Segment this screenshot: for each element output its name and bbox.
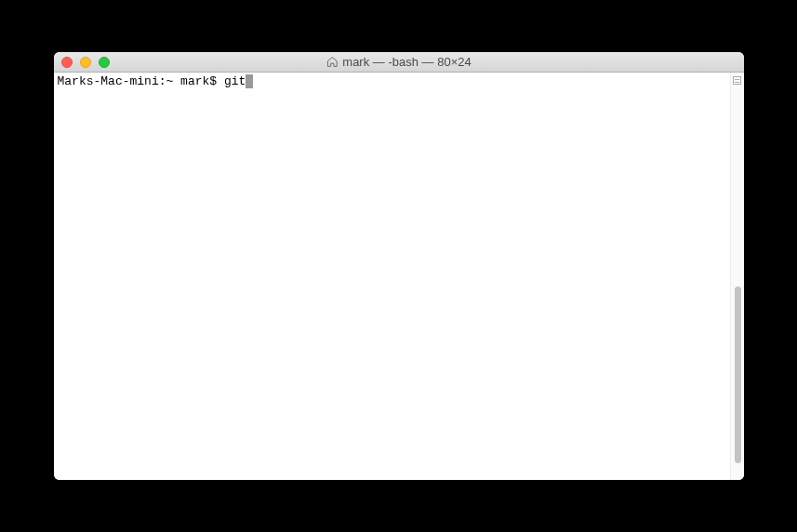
shell-prompt: Marks-Mac-mini:~ mark$ [58, 74, 224, 88]
command-input[interactable]: git [224, 74, 246, 88]
close-button[interactable] [61, 57, 73, 68]
window-title: mark — -bash — 80×24 [325, 55, 471, 69]
terminal-window: mark — -bash — 80×24 Marks-Mac-mini:~ ma… [54, 52, 744, 480]
terminal-content[interactable]: Marks-Mac-mini:~ mark$ git [54, 73, 730, 480]
terminal-body: Marks-Mac-mini:~ mark$ git [54, 73, 744, 480]
cursor [246, 74, 253, 88]
home-icon [325, 56, 338, 68]
scroll-indicator-icon [733, 76, 741, 85]
window-title-text: mark — -bash — 80×24 [342, 55, 471, 69]
maximize-button[interactable] [99, 57, 110, 68]
traffic-lights [61, 57, 110, 68]
scrollbar-thumb[interactable] [735, 286, 741, 463]
minimize-button[interactable] [80, 57, 91, 68]
window-titlebar[interactable]: mark — -bash — 80×24 [54, 52, 744, 73]
scrollbar[interactable] [730, 73, 744, 480]
